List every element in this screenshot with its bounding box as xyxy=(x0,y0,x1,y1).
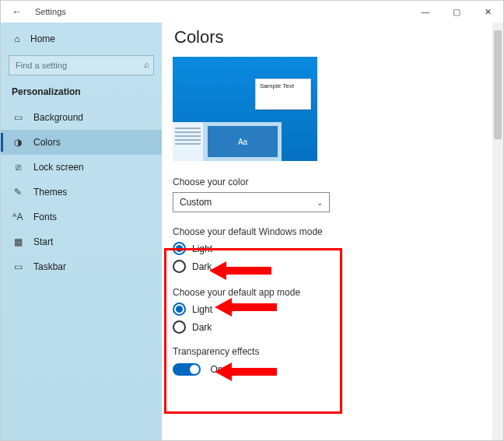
radio-icon xyxy=(173,260,186,273)
transparency-value: On xyxy=(210,364,222,375)
radio-label: Dark xyxy=(192,322,212,333)
title-left: ← Settings xyxy=(9,5,66,18)
choose-color-dropdown[interactable]: Custom ⌄ xyxy=(173,192,330,212)
sidebar-item-label: Start xyxy=(33,236,53,247)
app-mode-dark[interactable]: Dark xyxy=(173,320,492,334)
radio-icon xyxy=(173,242,186,255)
settings-window: ← Settings — ▢ ✕ ⌂ Home ⌕ Personalizatio… xyxy=(0,0,504,441)
fonts-icon: ᴬA xyxy=(12,212,24,222)
choose-color-label: Choose your color xyxy=(173,177,492,187)
choose-color-value: Custom xyxy=(180,197,212,208)
category-label: Personalization xyxy=(1,83,162,105)
radio-label: Light xyxy=(192,243,212,254)
sidebar-item-colors[interactable]: ◑ Colors xyxy=(1,130,162,155)
colors-icon: ◑ xyxy=(12,137,24,148)
color-options: Choose your color Custom ⌄ Choose your d… xyxy=(173,177,492,334)
search-wrap: ⌕ xyxy=(9,55,154,75)
transparency-section: Transparency effects On xyxy=(173,346,492,376)
home-label: Home xyxy=(30,33,55,44)
radio-label: Light xyxy=(192,304,212,315)
close-button[interactable]: ✕ xyxy=(472,1,503,23)
radio-icon xyxy=(173,320,186,334)
scrollbar[interactable] xyxy=(492,23,503,440)
sidebar-item-background[interactable]: ▭ Background xyxy=(1,105,162,130)
windows-mode-dark[interactable]: Dark xyxy=(173,260,492,273)
minimize-button[interactable]: — xyxy=(410,1,441,23)
sidebar-item-label: Colors xyxy=(33,137,61,148)
sidebar-item-start[interactable]: ▦ Start xyxy=(1,229,162,254)
preview-sample-window: Sample Text xyxy=(255,79,311,110)
sidebar-item-themes[interactable]: ✎ Themes xyxy=(1,180,162,205)
radio-icon xyxy=(173,303,186,316)
window-controls: — ▢ ✕ xyxy=(410,1,503,23)
app-mode-light[interactable]: Light xyxy=(173,303,492,316)
window-title: Settings xyxy=(35,7,66,16)
windows-mode-light[interactable]: Light xyxy=(173,242,492,255)
sidebar: ⌂ Home ⌕ Personalization ▭ Background ◑ … xyxy=(1,23,162,440)
sidebar-item-label: Fonts xyxy=(33,212,57,222)
sidebar-item-label: Taskbar xyxy=(33,261,66,272)
preview-start-menu: Aa xyxy=(173,122,282,161)
search-icon: ⌕ xyxy=(144,59,149,70)
lockscreen-icon: ⎚ xyxy=(12,162,24,173)
maximize-button[interactable]: ▢ xyxy=(441,1,472,23)
preview-start-list xyxy=(173,122,204,161)
home-icon: ⌂ xyxy=(12,33,23,44)
windows-mode-label: Choose your default Windows mode xyxy=(173,226,492,237)
sidebar-item-lockscreen[interactable]: ⎚ Lock screen xyxy=(1,155,162,180)
sidebar-item-label: Lock screen xyxy=(33,162,84,173)
themes-icon: ✎ xyxy=(12,187,24,198)
sidebar-item-label: Background xyxy=(33,112,83,123)
titlebar: ← Settings — ▢ ✕ xyxy=(1,1,503,23)
background-icon: ▭ xyxy=(12,112,24,123)
body: ⌂ Home ⌕ Personalization ▭ Background ◑ … xyxy=(1,23,503,440)
transparency-toggle[interactable] xyxy=(173,363,201,376)
preview-start-tile: Aa xyxy=(208,126,278,157)
app-mode-label: Choose your default app mode xyxy=(173,287,492,298)
sidebar-item-label: Themes xyxy=(33,187,67,198)
back-button[interactable]: ← xyxy=(9,5,26,18)
sidebar-item-fonts[interactable]: ᴬA Fonts xyxy=(1,205,162,229)
color-preview: Sample Text Aa xyxy=(173,57,317,161)
chevron-down-icon: ⌄ xyxy=(317,198,323,207)
radio-label: Dark xyxy=(192,261,212,272)
main-pane: Colors Sample Text Aa Choose your color … xyxy=(162,23,503,440)
start-icon: ▦ xyxy=(12,236,24,247)
transparency-label: Transparency effects xyxy=(173,346,492,357)
home-link[interactable]: ⌂ Home xyxy=(1,29,162,49)
sidebar-item-taskbar[interactable]: ▭ Taskbar xyxy=(1,254,162,279)
taskbar-icon: ▭ xyxy=(12,261,24,272)
page-title: Colors xyxy=(174,27,492,47)
search-input[interactable] xyxy=(9,55,154,75)
scroll-thumb[interactable] xyxy=(494,30,502,139)
